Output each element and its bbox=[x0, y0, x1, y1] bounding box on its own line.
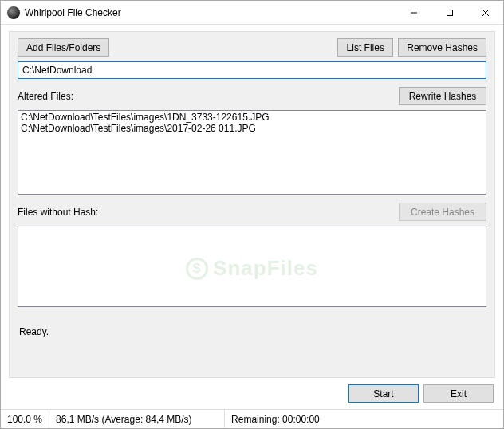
close-icon bbox=[482, 9, 490, 17]
minimize-icon bbox=[410, 9, 418, 17]
status-progress: 100.0 % bbox=[1, 410, 49, 428]
client-area: S SnapFiles Add Files/Folders List Files… bbox=[1, 25, 503, 409]
list-files-button[interactable]: List Files bbox=[337, 38, 393, 57]
exit-button[interactable]: Exit bbox=[423, 384, 494, 403]
close-button[interactable] bbox=[467, 1, 503, 24]
altered-files-label: Altered Files: bbox=[18, 91, 399, 102]
nohash-files-list[interactable] bbox=[18, 226, 486, 307]
top-toolbar: Add Files/Folders List Files Remove Hash… bbox=[18, 38, 486, 57]
start-button[interactable]: Start bbox=[348, 384, 419, 403]
altered-header: Altered Files: Rewrite Hashes bbox=[18, 87, 486, 105]
titlebar[interactable]: Whirlpool File Checker bbox=[1, 1, 503, 25]
statusbar: 100.0 % 86,1 MB/s (Average: 84,4 MB/s) R… bbox=[1, 409, 503, 428]
status-speed: 86,1 MB/s (Average: 84,4 MB/s) bbox=[49, 410, 225, 428]
app-window: Whirlpool File Checker S SnapFiles Add F… bbox=[0, 0, 504, 429]
main-panel: Add Files/Folders List Files Remove Hash… bbox=[9, 31, 495, 378]
footer-buttons: Start Exit bbox=[9, 384, 495, 404]
maximize-icon bbox=[446, 9, 454, 17]
path-input[interactable] bbox=[18, 61, 486, 79]
rewrite-hashes-button[interactable]: Rewrite Hashes bbox=[399, 87, 486, 105]
minimize-button[interactable] bbox=[396, 1, 431, 24]
nohash-header: Files without Hash: Create Hashes bbox=[18, 203, 486, 221]
svg-rect-1 bbox=[447, 10, 452, 15]
window-title: Whirlpool File Checker bbox=[25, 7, 396, 18]
add-files-folders-button[interactable]: Add Files/Folders bbox=[18, 38, 109, 57]
remove-hashes-button[interactable]: Remove Hashes bbox=[398, 38, 486, 57]
window-controls bbox=[396, 1, 503, 24]
create-hashes-button[interactable]: Create Hashes bbox=[399, 203, 486, 221]
app-icon bbox=[7, 6, 20, 19]
maximize-button[interactable] bbox=[431, 1, 467, 24]
altered-files-list[interactable]: C:\NetDownload\TestFiles\images\1DN_3733… bbox=[18, 110, 486, 195]
list-item[interactable]: C:\NetDownload\TestFiles\images\1DN_3733… bbox=[21, 112, 483, 123]
status-message: Ready. bbox=[18, 312, 486, 342]
status-remaining: Remaining: 00:00:00 bbox=[225, 410, 326, 428]
list-item[interactable]: C:\NetDownload\TestFiles\images\2017-02-… bbox=[21, 123, 483, 134]
files-without-hash-label: Files without Hash: bbox=[18, 207, 399, 218]
